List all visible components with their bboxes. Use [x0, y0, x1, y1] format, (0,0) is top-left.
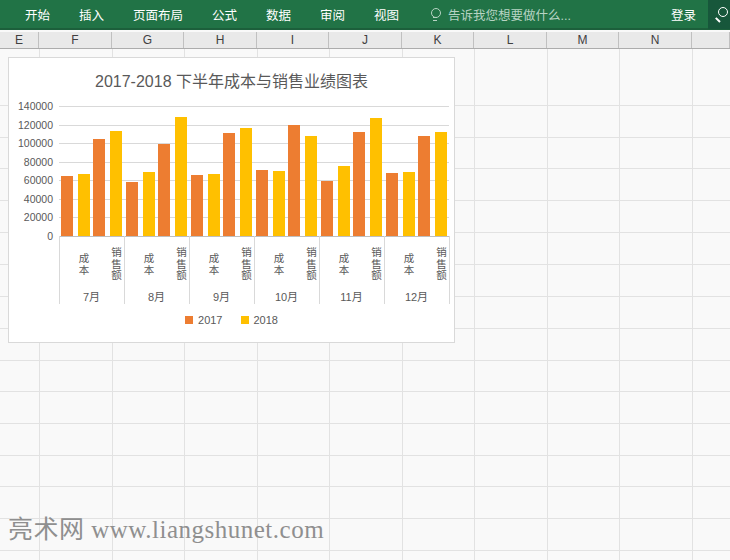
column-header-M[interactable]: M: [547, 32, 619, 48]
x-axis-subcategory-label: 成本: [124, 242, 157, 286]
bar-2018-10月-销售额: [305, 136, 317, 236]
x-axis-subcategory-label: 销售额: [417, 242, 450, 286]
ribbon-tab-2[interactable]: 插入: [79, 5, 104, 24]
bar-2018-8月-销售额: [175, 117, 187, 236]
y-axis-tick-label: 20000: [13, 211, 53, 223]
grid-row-line: [0, 486, 730, 487]
search-button[interactable]: [708, 0, 730, 29]
legend-swatch-2018: [241, 316, 249, 324]
bar-2018-7月-销售额: [110, 131, 122, 236]
x-axis-group-label: 10月: [254, 288, 319, 304]
column-header-E[interactable]: E: [0, 32, 39, 48]
sign-in-button[interactable]: 登录: [671, 5, 696, 24]
y-axis-tick-label: 140000: [13, 100, 53, 112]
tell-me-placeholder: 告诉我您想要做什么...: [448, 5, 571, 24]
y-axis-tick-label: 120000: [13, 119, 53, 131]
grid-column-line: [692, 49, 693, 560]
x-axis-divider: [384, 236, 385, 304]
grid-row-line: [0, 455, 730, 456]
x-axis-subcategory-label: 成本: [384, 242, 417, 286]
bar-2017-9月-销售额: [223, 133, 235, 236]
ribbon-tab-3[interactable]: 页面布局: [133, 5, 183, 24]
x-axis-subcategory-label: 销售额: [352, 242, 385, 286]
y-axis-tick-label: 0: [13, 230, 53, 242]
column-header-N[interactable]: N: [619, 32, 692, 48]
grid-row-line: [0, 423, 730, 424]
bar-2017-8月-销售额: [158, 144, 170, 236]
x-axis-divider: [319, 236, 320, 304]
bar-2018-10月-成本: [273, 171, 285, 236]
ribbon-tab-7[interactable]: 视图: [374, 5, 399, 24]
column-header-F[interactable]: F: [39, 32, 112, 48]
column-header-partial[interactable]: [692, 32, 730, 48]
x-axis-subcategory-label: 成本: [254, 242, 287, 286]
ribbon-tab-6[interactable]: 审阅: [320, 5, 345, 24]
column-header-J[interactable]: J: [329, 32, 402, 48]
legend-swatch-2017: [185, 316, 193, 324]
grid-row-line: [0, 360, 730, 361]
bar-2018-11月-销售额: [370, 118, 382, 236]
column-headers: EFGHIJKLMN: [0, 32, 730, 49]
bar-2017-11月-销售额: [353, 132, 365, 236]
x-axis-group-label: 9月: [189, 288, 254, 304]
x-axis-divider: [254, 236, 255, 304]
x-axis-divider: [189, 236, 190, 304]
column-header-I[interactable]: I: [257, 32, 329, 48]
column-header-G[interactable]: G: [112, 32, 184, 48]
bar-2018-9月-成本: [208, 174, 220, 236]
chart-gridline: [59, 125, 449, 126]
legend-label: 2017: [198, 314, 222, 326]
bar-2018-12月-销售额: [435, 132, 447, 236]
chart-frame[interactable]: 2017-2018 下半年成本与销售业绩图表 14000012000010000…: [8, 57, 455, 343]
grid-column-line: [547, 49, 548, 560]
watermark: 亮术网 www.liangshunet.com: [8, 509, 324, 545]
bar-2017-9月-成本: [191, 175, 203, 236]
legend-item-2017: 2017: [185, 314, 222, 326]
x-axis-group-label: 12月: [384, 288, 449, 304]
x-axis-divider: [59, 236, 60, 304]
x-axis-subcategory-label: 成本: [59, 242, 92, 286]
x-axis-subcategory-label: 销售额: [222, 242, 255, 286]
grid-column-line: [619, 49, 620, 560]
chart-legend: 20172018: [9, 314, 454, 326]
y-axis-tick-label: 60000: [13, 174, 53, 186]
x-axis-group-label: 8月: [124, 288, 189, 304]
x-axis-group-label: 7月: [59, 288, 124, 304]
search-icon: [714, 7, 728, 21]
column-header-K[interactable]: K: [402, 32, 474, 48]
bar-2017-10月-销售额: [288, 125, 300, 236]
bar-2017-8月-成本: [126, 182, 138, 236]
y-axis-tick-label: 100000: [13, 137, 53, 149]
bar-2017-12月-成本: [386, 173, 398, 236]
bar-2018-11月-成本: [338, 166, 350, 236]
bar-2018-12月-成本: [403, 172, 415, 236]
x-axis-subcategory-label: 销售额: [92, 242, 125, 286]
bar-2017-11月-成本: [321, 181, 333, 236]
ribbon-tab-4[interactable]: 公式: [212, 5, 237, 24]
bar-2017-10月-成本: [256, 170, 268, 236]
chart-title: 2017-2018 下半年成本与销售业绩图表: [9, 68, 454, 92]
bar-2018-8月-成本: [143, 172, 155, 236]
x-axis-subcategory-label: 成本: [319, 242, 352, 286]
bar-2017-7月-销售额: [93, 139, 105, 236]
lightbulb-icon: [429, 8, 441, 20]
ribbon: 开始插入页面布局公式数据审阅视图 告诉我您想要做什么... 登录: [0, 0, 730, 30]
ribbon-tab-1[interactable]: 开始: [25, 5, 50, 24]
grid-row-line: [0, 391, 730, 392]
ribbon-tab-5[interactable]: 数据: [266, 5, 291, 24]
x-axis-subcategory-label: 成本: [189, 242, 222, 286]
chart-gridline: [59, 106, 449, 107]
x-axis-subcategory-label: 销售额: [157, 242, 190, 286]
legend-item-2018: 2018: [241, 314, 278, 326]
legend-label: 2018: [254, 314, 278, 326]
tell-me-box[interactable]: 告诉我您想要做什么...: [429, 5, 571, 24]
bar-2018-7月-成本: [78, 174, 90, 236]
column-header-L[interactable]: L: [474, 32, 547, 48]
x-axis-subcategory-label: 销售额: [287, 242, 320, 286]
grid-row-line: [0, 550, 730, 551]
grid-column-line: [474, 49, 475, 560]
bar-2017-12月-销售额: [418, 136, 430, 236]
bar-2018-9月-销售额: [240, 128, 252, 236]
column-header-H[interactable]: H: [184, 32, 257, 48]
x-axis-group-label: 11月: [319, 288, 384, 304]
